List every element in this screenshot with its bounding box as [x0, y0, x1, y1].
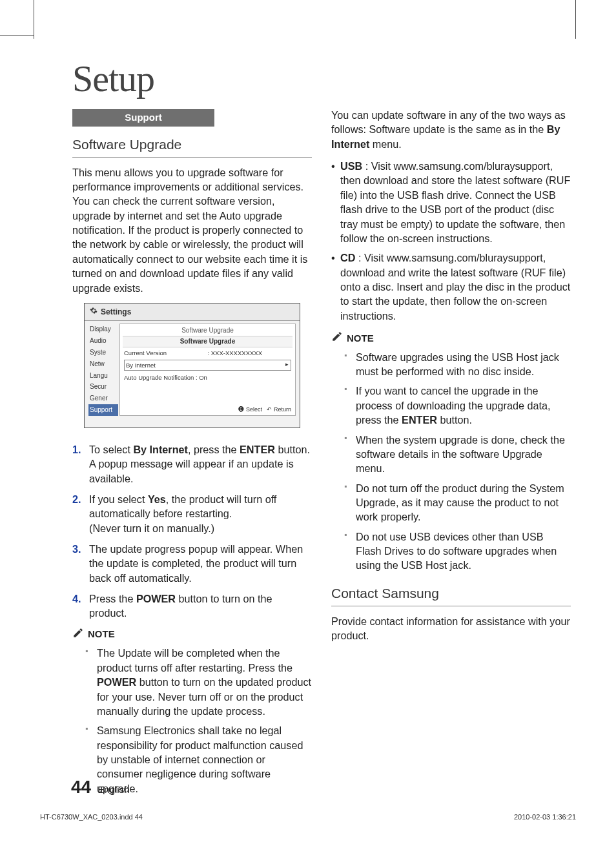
step-number: 2.	[72, 492, 89, 535]
auto-upgrade-row: Auto Upgrade Notification : On	[123, 372, 293, 383]
note-heading: NOTE	[72, 627, 312, 643]
page-number: 44	[71, 777, 91, 797]
return-icon: ↶	[267, 406, 274, 413]
current-version-row: Current Version : XXX-XXXXXXXXX	[123, 347, 293, 358]
note-item: Software upgrades using the USB Host jac…	[331, 350, 571, 379]
step-text: The update progress popup will appear. W…	[89, 542, 312, 585]
gear-icon	[90, 307, 98, 318]
two-column-layout: Support Software Upgrade This menu allow…	[72, 108, 571, 803]
contact-samsung-heading: Contact Samsung	[331, 584, 571, 606]
settings-header: Settings	[85, 304, 300, 322]
by-internet-row: By Internet	[123, 358, 293, 372]
auto-upgrade-label: Auto Upgrade Notification : On	[124, 373, 207, 382]
step-number: 3.	[72, 542, 89, 585]
note-item: When the system upgrade is done, check t…	[331, 433, 571, 476]
indd-filename: HT-C6730W_XAC_0203.indd 44	[40, 813, 143, 821]
settings-screenshot: Settings Display Audio Syste Netw Langu …	[84, 303, 300, 428]
page: Setup Support Software Upgrade This menu…	[0, 0, 616, 844]
note-heading: NOTE	[331, 331, 571, 346]
select-label: Select	[246, 406, 262, 413]
note-label: NOTE	[88, 628, 115, 641]
software-upgrade-heading: Software Upgrade	[72, 136, 312, 158]
sidebar-item-active: Support	[88, 404, 118, 416]
settings-body: Display Audio Syste Netw Langu Secur Gen…	[85, 321, 300, 427]
pencil-icon	[331, 331, 343, 346]
crop-mark	[575, 0, 576, 39]
settings-sidebar: Display Audio Syste Netw Langu Secur Gen…	[88, 324, 118, 415]
step-1: 1. To select By Internet, press the ENTE…	[72, 442, 312, 486]
page-title: Setup	[72, 57, 576, 100]
software-upgrade-intro: This menu allows you to upgrade software…	[72, 165, 312, 295]
sidebar-item: Syste	[88, 347, 118, 358]
left-column: Support Software Upgrade This menu allow…	[72, 108, 312, 803]
indd-timestamp: 2010-02-03 1:36:21	[514, 813, 576, 821]
settings-panel: Software Upgrade Software Upgrade Curren…	[119, 324, 296, 415]
right-intro: You can update software in any of the tw…	[331, 108, 571, 151]
step-text: To select By Internet, press the ENTER b…	[89, 442, 312, 486]
step-4: 4. Press the POWER button to turn on the…	[72, 592, 312, 621]
upgrade-steps: 1. To select By Internet, press the ENTE…	[72, 442, 312, 621]
step-number: 4.	[72, 592, 89, 621]
sidebar-item: Secur	[88, 381, 118, 393]
sidebar-item: Gener	[88, 393, 118, 404]
by-internet-select: By Internet	[124, 360, 291, 371]
note-enter: If you want to cancel the upgrade in the…	[356, 384, 571, 427]
current-version-value: : XXX-XXXXXXXXX	[208, 349, 292, 357]
step-2: 2. If you select Yes, the product will t…	[72, 492, 312, 535]
current-version-label: Current Version	[124, 349, 208, 357]
note-item: Do not use USB devices other than USB Fl…	[331, 530, 571, 573]
note-label: NOTE	[347, 332, 374, 345]
settings-label: Settings	[101, 307, 131, 318]
panel-footer: 🅔 Select ↶ Return	[238, 406, 291, 413]
usb-method: USB : Visit www.samsung.com/bluraysuppor…	[331, 159, 571, 245]
pencil-icon	[72, 627, 84, 643]
step-text: If you select Yes, the product will turn…	[89, 492, 312, 535]
step-number: 1.	[72, 442, 89, 486]
cd-method: CD : Visit www.samsung.com/bluraysupport…	[331, 251, 571, 323]
crop-mark	[34, 0, 34, 39]
sidebar-item: Audio	[88, 335, 118, 347]
note-item: Do not turn off the product during the S…	[331, 481, 571, 524]
panel-subtitle: Software Upgrade	[123, 336, 293, 347]
step-3: 3. The update progress popup will appear…	[72, 542, 312, 585]
page-language: English	[98, 784, 129, 795]
note-item: The Update will be completed when the pr…	[72, 646, 312, 718]
sidebar-item: Display	[88, 324, 118, 335]
support-section-label: Support	[72, 109, 214, 127]
return-label: Return	[274, 406, 291, 413]
page-footer: 44 English	[71, 777, 130, 798]
panel-title: Software Upgrade	[123, 325, 293, 336]
step-text: Press the POWER button to turn on the pr…	[89, 592, 312, 621]
note-item: If you want to cancel the upgrade in the…	[331, 384, 571, 427]
contact-samsung-text: Provide contact information for assistan…	[331, 614, 571, 643]
sidebar-item: Netw	[88, 358, 118, 370]
note-list-right: Software upgrades using the USB Host jac…	[331, 350, 571, 573]
enter-icon: 🅔	[238, 406, 246, 413]
right-column: You can update software in any of the tw…	[331, 108, 571, 803]
crop-mark	[0, 35, 34, 36]
update-methods: USB : Visit www.samsung.com/bluraysuppor…	[331, 159, 571, 323]
note-list: The Update will be completed when the pr…	[72, 646, 312, 796]
sidebar-item: Langu	[88, 370, 118, 382]
